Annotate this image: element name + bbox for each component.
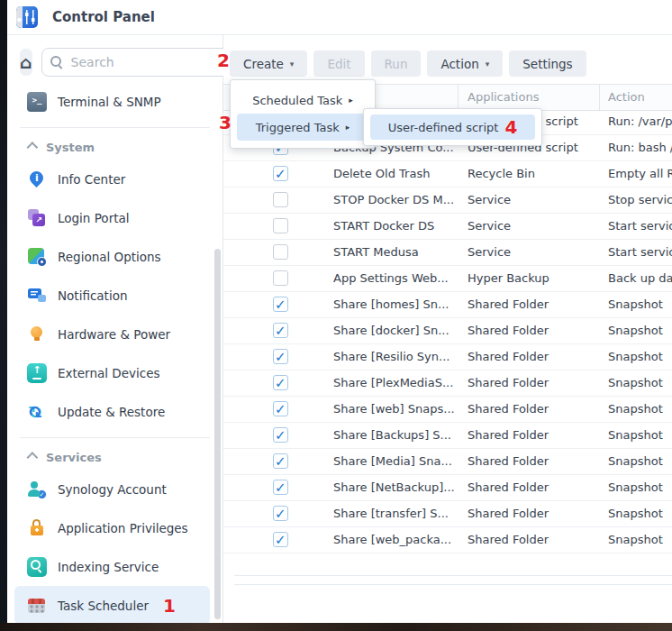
table-row[interactable]: STOP Docker DS M...ServiceStop servic bbox=[223, 187, 672, 214]
task-name-cell: Share [web_packa... bbox=[333, 533, 467, 546]
sidebar-item-external-devices[interactable]: External Devices bbox=[14, 353, 210, 392]
menu-item-label: User-defined script bbox=[388, 121, 499, 134]
table-row[interactable]: Share [NetBackup]...Shared FolderSnapsho… bbox=[223, 475, 672, 501]
sidebar-item-notification[interactable]: Notification bbox=[14, 276, 210, 315]
menu-item-label: Scheduled Task bbox=[252, 94, 342, 107]
action-cell: Empty all R bbox=[608, 167, 672, 180]
column-header-applications[interactable]: Applications bbox=[468, 90, 539, 104]
globe-clock-icon bbox=[27, 247, 47, 267]
action-cell: Stop servic bbox=[608, 193, 672, 206]
search-icon bbox=[50, 55, 64, 69]
search-box[interactable] bbox=[41, 48, 238, 77]
table-row[interactable]: Share [Media] Sna...Shared FolderSnapsho… bbox=[223, 449, 672, 475]
table-row[interactable]: Delete Old TrashRecycle BinEmpty all R bbox=[223, 161, 672, 187]
sidebar-item-label: Update & Restore bbox=[58, 405, 165, 419]
row-checkbox[interactable] bbox=[273, 506, 288, 521]
sidebar-item-update-restore[interactable]: Update & Restore bbox=[14, 392, 210, 431]
table-row[interactable]: Share [PlexMediaS...Shared FolderSnapsho… bbox=[223, 370, 672, 397]
row-checkbox[interactable] bbox=[273, 401, 288, 416]
row-checkbox[interactable] bbox=[273, 192, 288, 207]
task-table: User-defined scriptRun: /var/pBackup Sys… bbox=[223, 109, 672, 553]
task-name-cell: START Docker DS bbox=[333, 219, 467, 233]
application-cell: Shared Folder bbox=[468, 350, 598, 363]
row-checkbox[interactable] bbox=[273, 427, 288, 443]
row-checkbox[interactable] bbox=[273, 453, 288, 469]
table-row[interactable]: Share [Backups] S...Shared FolderSnapsho… bbox=[223, 423, 672, 449]
action-cell: Snapshot bbox=[608, 376, 672, 389]
table-row[interactable]: START Docker DSServiceStart servic bbox=[223, 214, 672, 240]
sidebar-item-hardware-power[interactable]: Hardware & Power bbox=[14, 315, 210, 353]
home-button[interactable] bbox=[20, 49, 32, 76]
application-cell: Shared Folder bbox=[468, 480, 598, 494]
sidebar-item-indexing-service[interactable]: Indexing Service bbox=[14, 547, 210, 586]
row-checkbox[interactable] bbox=[273, 375, 288, 390]
application-cell: Shared Folder bbox=[468, 428, 598, 442]
sidebar-item-synology-account[interactable]: ✓Synology Account bbox=[14, 470, 210, 508]
row-checkbox[interactable] bbox=[273, 297, 288, 312]
application-cell: Shared Folder bbox=[468, 376, 598, 389]
table-row[interactable]: Share [web_packa...Shared FolderSnapshot bbox=[223, 527, 672, 553]
update-icon bbox=[27, 402, 47, 422]
chat-icon bbox=[27, 286, 47, 306]
action-cell: Start servic bbox=[608, 245, 672, 259]
row-checkbox[interactable] bbox=[273, 218, 288, 233]
table-row[interactable]: Share [transfer] S...Shared FolderSnapsh… bbox=[223, 501, 672, 527]
table-row[interactable]: START MedusaServiceStart servic bbox=[223, 240, 672, 266]
action-button[interactable]: Action▾ bbox=[427, 50, 503, 77]
create-dropdown-menu: Scheduled Task▸Triggered Task▸ bbox=[230, 79, 376, 149]
sidebar-scrollbar-thumb[interactable] bbox=[214, 249, 221, 619]
sidebar-item-regional-options[interactable]: Regional Options bbox=[14, 237, 210, 276]
login-portal-icon bbox=[27, 208, 47, 228]
table-row[interactable]: Share [Resilio Syn...Shared FolderSnapsh… bbox=[223, 344, 672, 370]
sidebar-section-services[interactable]: Services bbox=[7, 444, 222, 470]
titlebar: Control Panel bbox=[7, 0, 672, 35]
menu-item-triggered-task[interactable]: Triggered Task▸ bbox=[237, 114, 368, 141]
chevron-down-icon: ▾ bbox=[290, 59, 295, 69]
sidebar-item-label: Regional Options bbox=[58, 250, 161, 264]
table-row[interactable]: App Settings Web...Hyper BackupBack up d… bbox=[223, 266, 672, 292]
button-label: Action bbox=[440, 57, 478, 71]
task-name-cell: Share [homes] Sn... bbox=[333, 297, 467, 311]
search-input[interactable] bbox=[69, 54, 230, 70]
table-row[interactable]: Share [web] Snaps...Shared FolderSnapsho… bbox=[223, 397, 672, 423]
row-checkbox[interactable] bbox=[273, 532, 288, 547]
sidebar-item-label: External Devices bbox=[58, 366, 160, 380]
annotation-4: 4 bbox=[504, 118, 517, 136]
sidebar-item-task-scheduler[interactable]: Task Scheduler1 bbox=[14, 586, 210, 625]
task-name-cell: Share [Resilio Syn... bbox=[333, 350, 467, 363]
sidebar-item-terminal-snmp[interactable]: Terminal & SNMP bbox=[14, 82, 210, 121]
row-checkbox[interactable] bbox=[273, 244, 288, 260]
sidebar-item-info-center[interactable]: Info Center bbox=[14, 160, 210, 198]
table-row[interactable]: Share [docker] Sn...Shared FolderSnapsho… bbox=[223, 318, 672, 344]
sidebar-section-system[interactable]: System bbox=[7, 134, 222, 160]
settings-button[interactable]: Settings bbox=[509, 50, 586, 77]
application-cell: Shared Folder bbox=[468, 507, 598, 520]
task-name-cell: Share [docker] Sn... bbox=[333, 324, 467, 337]
row-checkbox[interactable] bbox=[273, 323, 288, 338]
chevron-up-icon bbox=[27, 452, 39, 463]
sidebar-item-login-portal[interactable]: Login Portal bbox=[14, 198, 210, 237]
menu-item-scheduled-task[interactable]: Scheduled Task▸ bbox=[237, 87, 368, 114]
row-checkbox[interactable] bbox=[273, 349, 288, 364]
row-checkbox[interactable] bbox=[273, 166, 288, 181]
annotation-1: 1 bbox=[163, 597, 176, 615]
info-icon bbox=[27, 169, 47, 189]
window-title: Control Panel bbox=[52, 9, 155, 25]
application-cell: Recycle Bin bbox=[468, 167, 598, 180]
annotation-3: 3 bbox=[219, 114, 232, 132]
task-name-cell: START Medusa bbox=[333, 245, 467, 259]
sidebar-item-label: Indexing Service bbox=[58, 560, 159, 574]
sidebar-item-application-privileges[interactable]: Application Privileges bbox=[14, 508, 210, 547]
application-cell: Shared Folder bbox=[468, 402, 598, 416]
row-checkbox[interactable] bbox=[273, 270, 288, 286]
menu-item-user-defined-script[interactable]: User-defined script4 bbox=[370, 114, 535, 140]
task-name-cell: App Settings Web... bbox=[333, 271, 467, 285]
sidebar-item-label: Synology Account bbox=[58, 482, 167, 497]
action-cell: Snapshot bbox=[608, 297, 672, 311]
create-button[interactable]: Create▾ bbox=[230, 50, 307, 77]
action-cell: Snapshot bbox=[608, 533, 672, 546]
task-name-cell: Share [web] Snaps... bbox=[333, 402, 467, 416]
column-header-action[interactable]: Action bbox=[608, 90, 645, 104]
table-row[interactable]: Share [homes] Sn...Shared FolderSnapshot bbox=[223, 292, 672, 318]
row-checkbox[interactable] bbox=[273, 480, 288, 495]
